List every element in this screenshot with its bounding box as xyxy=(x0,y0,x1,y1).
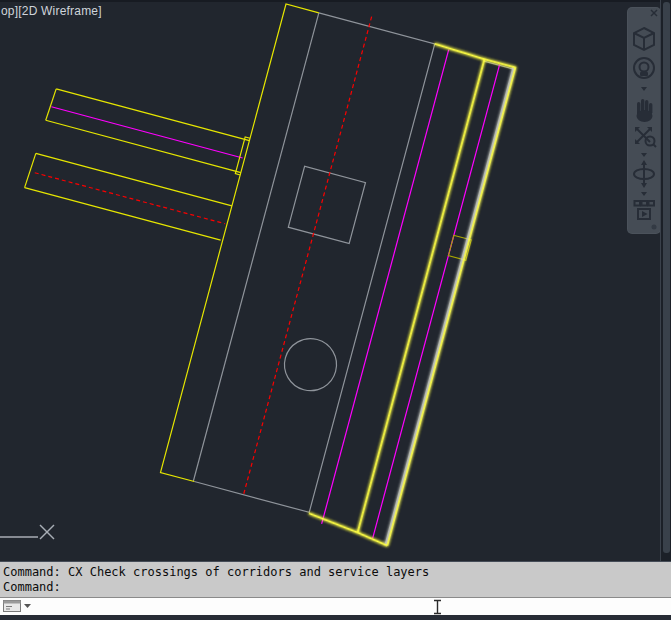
command-history-line2: Command: xyxy=(3,580,61,594)
view-cube-icon[interactable] xyxy=(634,28,654,50)
top-edge-strip xyxy=(0,0,671,2)
main-corridor-outline[interactable] xyxy=(193,13,516,534)
red-dashed-centerlines[interactable] xyxy=(0,0,372,496)
application-window: op][2D Wireframe] xyxy=(0,0,671,620)
scrollbar-thumb[interactable] xyxy=(663,2,670,553)
chevron-down-icon[interactable] xyxy=(641,153,647,157)
zoom-icon[interactable] xyxy=(635,127,656,147)
pad-square[interactable] xyxy=(288,166,365,243)
vertical-scrollbar[interactable] xyxy=(660,0,671,561)
viewport-controls-label[interactable]: op][2D Wireframe] xyxy=(1,4,102,18)
command-history-line1: Command: CX Check crossings of corridors… xyxy=(3,565,429,579)
chevron-down-icon[interactable] xyxy=(641,87,647,91)
ucs-x-axis-marker xyxy=(0,525,54,539)
navbar-handle[interactable] xyxy=(652,225,657,230)
drawing-viewport[interactable] xyxy=(0,0,671,561)
circle-feature[interactable] xyxy=(279,333,343,397)
command-window-icon[interactable] xyxy=(3,600,33,614)
navigation-bar xyxy=(627,7,661,234)
bottom-edge-strip xyxy=(0,615,671,620)
text-ibeam-cursor xyxy=(430,599,446,615)
command-input-row[interactable] xyxy=(0,597,671,615)
corridor-boundaries-yellow[interactable] xyxy=(0,0,320,482)
steering-wheel-icon[interactable] xyxy=(634,58,654,78)
close-icon[interactable] xyxy=(651,10,657,16)
showmotion-icon[interactable] xyxy=(635,201,655,219)
orbit-icon[interactable] xyxy=(634,160,654,188)
pan-hand-icon[interactable] xyxy=(637,99,653,122)
chevron-down-icon[interactable] xyxy=(641,192,647,196)
command-history[interactable]: Command: CX Check crossings of corridors… xyxy=(0,561,671,597)
